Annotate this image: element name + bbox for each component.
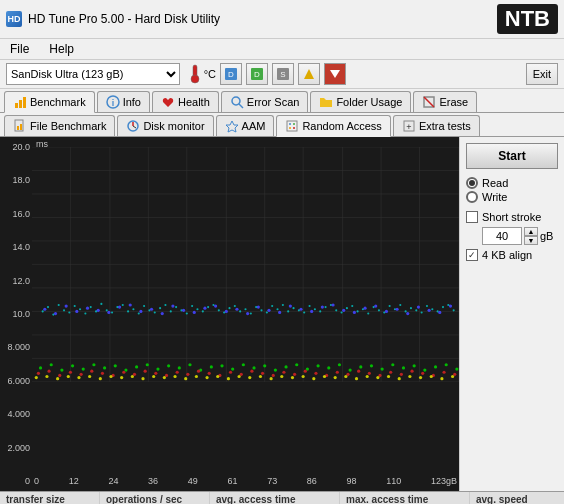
svg-point-284: [398, 377, 401, 380]
svg-point-125: [426, 305, 428, 307]
tab-error-scan-label: Error Scan: [247, 96, 300, 108]
svg-point-142: [161, 312, 164, 315]
svg-point-137: [107, 311, 110, 314]
svg-point-276: [312, 377, 315, 380]
y-label-9: 2.000: [2, 443, 30, 453]
svg-point-116: [378, 309, 380, 311]
table-header: transfer size operations / sec avg. acce…: [0, 492, 564, 504]
tab-erase[interactable]: Erase: [413, 91, 477, 112]
svg-point-57: [63, 309, 65, 311]
tab-info[interactable]: i Info: [97, 91, 150, 112]
svg-point-110: [346, 307, 348, 309]
start-button[interactable]: Start: [466, 143, 558, 169]
svg-point-159: [342, 309, 345, 312]
col-header-avg-access: avg. access time: [210, 492, 340, 504]
svg-point-192: [274, 369, 277, 372]
svg-point-94: [260, 309, 262, 311]
radio-write[interactable]: Write: [466, 191, 558, 203]
svg-point-209: [455, 367, 458, 370]
radio-read[interactable]: Read: [466, 177, 558, 189]
svg-point-165: [406, 312, 409, 315]
svg-point-106: [324, 306, 326, 308]
svg-point-99: [287, 310, 289, 312]
tab-health[interactable]: Health: [152, 91, 219, 112]
toolbar-btn-4[interactable]: [298, 63, 320, 85]
diskmonitor-icon: [126, 119, 140, 133]
stepper-up-button[interactable]: ▲: [524, 227, 538, 236]
svg-point-271: [259, 375, 262, 378]
svg-rect-12: [23, 97, 26, 108]
y-label-6: 8.000: [2, 342, 30, 352]
svg-point-256: [99, 377, 102, 380]
svg-point-268: [227, 377, 230, 380]
svg-point-260: [141, 377, 144, 380]
svg-point-123: [415, 309, 417, 311]
tab-benchmark[interactable]: Benchmark: [4, 91, 95, 113]
svg-point-69: [127, 310, 129, 312]
svg-point-205: [413, 364, 416, 367]
svg-point-238: [336, 371, 339, 374]
svg-point-102: [303, 311, 305, 313]
svg-marker-8: [304, 69, 314, 79]
svg-point-235: [304, 370, 307, 373]
tab-extra-tests[interactable]: + Extra tests: [393, 115, 480, 136]
svg-point-65: [106, 309, 108, 311]
svg-point-270: [248, 376, 251, 379]
svg-text:i: i: [111, 98, 114, 108]
svg-point-64: [100, 303, 102, 305]
drive-select[interactable]: SanDisk Ultra (123 gB): [6, 63, 180, 85]
svg-point-282: [376, 376, 379, 379]
4kb-align-checkbox: [466, 249, 478, 261]
menu-help[interactable]: Help: [45, 41, 78, 57]
tab-error-scan[interactable]: Error Scan: [221, 91, 309, 112]
svg-point-230: [250, 370, 253, 373]
svg-point-60: [79, 308, 81, 310]
chart-x-axis: 0 12 24 36 49 61 73 86 98 110 123gB: [32, 471, 459, 491]
toolbar-arrow-btn[interactable]: [324, 63, 346, 85]
svg-point-75: [159, 307, 161, 309]
chart-y-axis: 20.0 18.0 16.0 14.0 12.0 10.0 8.000 6.00…: [0, 137, 32, 491]
svg-point-148: [225, 310, 228, 313]
svg-point-163: [385, 310, 388, 313]
svg-point-155: [299, 308, 302, 311]
svg-point-190: [252, 366, 255, 369]
checkbox-4kb-align[interactable]: 4 KB align: [466, 249, 558, 261]
4kb-align-label: 4 KB align: [482, 249, 532, 261]
svg-point-112: [357, 310, 359, 312]
exit-button[interactable]: Exit: [526, 63, 558, 85]
tab-folder-usage[interactable]: Folder Usage: [310, 91, 411, 112]
toolbar-btn-2[interactable]: D: [246, 63, 268, 85]
svg-point-232: [272, 374, 275, 377]
short-stroke-input[interactable]: 40: [482, 227, 522, 245]
tab-file-benchmark[interactable]: File Benchmark: [4, 115, 115, 136]
svg-point-121: [405, 310, 407, 312]
checkbox-short-stroke[interactable]: Short stroke: [466, 211, 558, 223]
svg-point-269: [237, 375, 240, 378]
svg-point-103: [308, 305, 310, 307]
stepper-down-button[interactable]: ▼: [524, 236, 538, 245]
toolbar-btn-1[interactable]: D: [220, 63, 242, 85]
svg-rect-21: [20, 124, 22, 130]
svg-point-97: [276, 308, 278, 310]
temp-unit: °C: [204, 68, 216, 80]
svg-point-78: [175, 306, 177, 308]
col-header-ops: operations / sec: [100, 492, 210, 504]
tab-disk-monitor[interactable]: Disk monitor: [117, 115, 213, 136]
svg-point-27: [293, 123, 295, 125]
svg-point-91: [244, 308, 246, 310]
tab-random-access[interactable]: Random Access: [276, 115, 390, 137]
svg-point-153: [278, 311, 281, 314]
svg-point-275: [302, 375, 305, 378]
svg-point-218: [122, 371, 125, 374]
svg-point-285: [408, 375, 411, 378]
svg-point-263: [173, 375, 176, 378]
svg-point-214: [80, 373, 83, 376]
svg-point-59: [74, 305, 76, 307]
toolbar-btn-3[interactable]: S: [272, 63, 294, 85]
main-content: ms 20.0 18.0 16.0 14.0 12.0 10.0 8.000 6…: [0, 137, 564, 491]
menu-file[interactable]: File: [6, 41, 33, 57]
svg-point-66: [111, 311, 113, 313]
svg-point-251: [45, 375, 48, 378]
svg-point-213: [69, 371, 72, 374]
tab-aam[interactable]: AAM: [216, 115, 275, 136]
